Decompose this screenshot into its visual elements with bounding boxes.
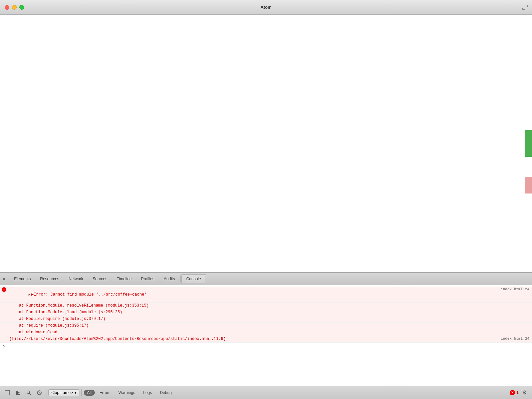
console-stack-row-3: at Module.require (module.js:379:17): [0, 316, 532, 323]
tab-profiles[interactable]: Profiles: [137, 275, 159, 283]
minimize-button[interactable]: [12, 5, 17, 10]
search-button[interactable]: [24, 388, 33, 397]
stack-line-4: at require (module.js:395:17): [8, 323, 532, 329]
console-stack-row-1: at Function.Module._resolveFilename (mod…: [0, 303, 532, 309]
stack-line-2: at Function.Module._load (module.js:295:…: [8, 309, 532, 315]
tab-audits[interactable]: Audits: [159, 275, 180, 283]
error-count-number: 1: [516, 390, 519, 395]
frame-selector[interactable]: <top frame> ▾: [48, 389, 79, 396]
console-error-row: ✕ ▶▶Error: Cannot find module '../src/co…: [0, 287, 532, 303]
prompt-chevron: >: [3, 344, 5, 349]
tab-sources[interactable]: Sources: [88, 275, 112, 283]
tab-console[interactable]: Console: [181, 274, 206, 284]
filter-logs-button[interactable]: Logs: [140, 390, 155, 396]
svg-line-7: [38, 391, 41, 394]
filter-debug-button[interactable]: Debug: [157, 390, 175, 396]
console-stack-row-6: (file:///Users/kevin/Downloads/Atom%202.…: [0, 336, 532, 343]
devtools-close-button[interactable]: ×: [1, 276, 7, 282]
close-button[interactable]: [5, 5, 9, 10]
toolbar-separator-2: [81, 389, 82, 396]
error-gutter: ✕: [0, 287, 8, 292]
svg-rect-3: [16, 394, 20, 395]
devtools-tabbar: × Elements Resources Network Sources Tim…: [0, 273, 532, 285]
filter-errors-button[interactable]: Errors: [96, 390, 114, 396]
error-count-badge: ✕ 1: [510, 390, 519, 395]
main-content-area: [0, 15, 532, 272]
stack-line-6: (file:///Users/kevin/Downloads/Atom%202.…: [8, 336, 498, 342]
sidebar-pink-button[interactable]: [525, 177, 532, 193]
stack-line-3: at Module.require (module.js:379:17): [8, 316, 532, 322]
tab-timeline[interactable]: Timeline: [112, 275, 137, 283]
error-count-icon: ✕: [510, 390, 515, 395]
app-title: Atom: [260, 5, 271, 10]
svg-line-5: [29, 393, 31, 395]
error-icon: ✕: [2, 287, 6, 292]
expand-button[interactable]: [521, 4, 529, 11]
step-button[interactable]: [13, 388, 23, 397]
window-controls: [5, 5, 24, 10]
devtools-toolbar: <top frame> ▾ All Errors Warnings Logs D…: [0, 386, 532, 399]
toolbar-separator: [46, 389, 46, 396]
filter-warnings-button[interactable]: Warnings: [115, 390, 139, 396]
console-stack-row-4: at require (module.js:395:17): [0, 323, 532, 329]
tab-network[interactable]: Network: [64, 275, 88, 283]
error-file-link-2[interactable]: index.html:24: [498, 336, 532, 341]
stack-line-5: at window.onload: [8, 329, 532, 335]
console-prompt-row: >: [0, 343, 532, 351]
svg-rect-0: [5, 390, 10, 395]
tab-resources[interactable]: Resources: [35, 275, 64, 283]
expand-arrow[interactable]: ▶: [29, 293, 31, 297]
console-stack-row-2: at Function.Module._load (module.js:295:…: [0, 309, 532, 316]
console-input[interactable]: [7, 344, 529, 349]
sidebar-green-button[interactable]: [525, 130, 532, 157]
titlebar: Atom: [0, 0, 532, 15]
stack-line-1: at Function.Module._resolveFilename (mod…: [8, 303, 532, 309]
settings-gear-button[interactable]: ⚙: [520, 388, 529, 397]
error-file-link[interactable]: index.html:24: [498, 287, 532, 292]
console-stack-row-5: at window.onload: [0, 329, 532, 336]
tab-separator: [180, 276, 181, 282]
console-error-message: ▶▶Error: Cannot find module '../src/coff…: [8, 287, 498, 302]
console-output: ✕ ▶▶Error: Cannot find module '../src/co…: [0, 285, 532, 386]
devtools-panel: × Elements Resources Network Sources Tim…: [0, 272, 532, 399]
tab-elements[interactable]: Elements: [9, 275, 35, 283]
no-filter-button[interactable]: [35, 388, 44, 397]
maximize-button[interactable]: [19, 5, 24, 10]
filter-all-button[interactable]: All: [84, 390, 95, 396]
dock-button[interactable]: [3, 388, 12, 397]
svg-point-4: [27, 391, 30, 393]
